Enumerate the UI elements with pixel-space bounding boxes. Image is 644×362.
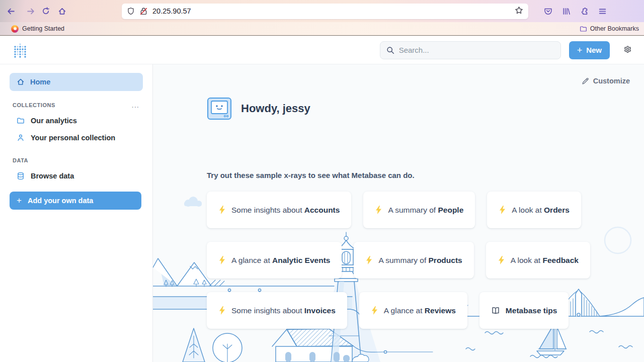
data-section-header: DATA	[13, 157, 139, 163]
new-button-label: New	[586, 46, 602, 54]
xray-card-orders[interactable]: A look at Orders	[487, 192, 581, 228]
plus-icon: +	[17, 196, 22, 206]
bolt-icon	[218, 256, 226, 264]
bolt-icon	[365, 256, 373, 264]
data-label: DATA	[13, 157, 28, 163]
customize-label: Customize	[593, 77, 630, 85]
sidebar-item-browse-data[interactable]: Browse data	[10, 167, 143, 185]
settings-button[interactable]	[618, 41, 637, 60]
reload-icon	[42, 7, 50, 15]
card-text: A summary of People	[388, 206, 463, 215]
search-input[interactable]	[399, 46, 554, 54]
xray-card-accounts[interactable]: Some insights about Accounts	[207, 192, 351, 228]
xray-card-invoices[interactable]: Some insights about Invoices	[207, 292, 347, 329]
metabase-app: + New Home COLLECTIONS ... Our analytics…	[0, 36, 644, 362]
xray-heading: Try out these sample x-rays to see what …	[207, 171, 415, 179]
search-box[interactable]	[380, 41, 561, 59]
insecure-lock-icon[interactable]	[139, 7, 148, 16]
forward-button[interactable]	[23, 4, 38, 19]
xray-card-analytic-events[interactable]: A glance at Analytic Events	[207, 242, 342, 279]
browser-toolbar: 20.25.90.57	[0, 0, 644, 22]
xray-card-reviews[interactable]: A glance at Reviews	[359, 292, 467, 329]
database-icon	[17, 172, 25, 180]
card-text: Some insights about Accounts	[231, 206, 340, 215]
hamburger-menu-icon	[598, 7, 607, 16]
metabase-logo[interactable]	[14, 43, 27, 58]
sidebar: Home COLLECTIONS ... Our analytics Your …	[0, 64, 153, 362]
metabase-tips-card[interactable]: Metabase tips	[479, 292, 569, 329]
main-content: Customize Howdy, jessy Try out these sam…	[153, 64, 644, 362]
extensions-button[interactable]	[577, 4, 592, 19]
app-header: + New	[0, 36, 644, 64]
bolt-icon	[375, 206, 382, 214]
back-arrow-icon	[7, 7, 15, 16]
puzzle-piece-icon	[580, 7, 589, 16]
card-text: Metabase tips	[506, 306, 557, 315]
greeting-title: Howdy, jessy	[241, 102, 310, 115]
metabot-icon	[207, 96, 232, 121]
folder-icon	[580, 25, 587, 33]
pencil-icon	[582, 77, 589, 85]
reload-button[interactable]	[38, 4, 53, 19]
browser-window: 20.25.90.57 Getting Started	[0, 0, 644, 36]
card-text: A glance at Analytic Events	[231, 256, 330, 265]
card-text: A look at Feedback	[511, 256, 579, 265]
url-bar[interactable]: 20.25.90.57	[122, 4, 528, 19]
sidebar-item-personal-collection[interactable]: Your personal collection	[10, 129, 143, 146]
firefox-bookmark-icon	[11, 25, 19, 33]
sidebar-item-home[interactable]: Home	[10, 73, 143, 91]
xray-card-products[interactable]: A summary of Products	[354, 242, 473, 279]
new-button[interactable]: + New	[569, 41, 610, 59]
bolt-icon	[371, 306, 378, 315]
sidebar-item-label: Browse data	[31, 172, 74, 180]
sidebar-item-our-analytics[interactable]: Our analytics	[10, 112, 143, 129]
pocket-icon	[544, 7, 552, 16]
toolbar-right-icons	[540, 4, 610, 19]
search-icon	[386, 46, 394, 54]
person-icon	[17, 134, 25, 142]
bolt-icon	[218, 306, 226, 315]
bookmark-star-icon[interactable]	[515, 6, 523, 17]
xray-card-feedback[interactable]: A look at Feedback	[486, 242, 590, 279]
xray-cards: Some insights about Accounts A summary o…	[207, 192, 629, 329]
greeting: Howdy, jessy	[207, 96, 310, 121]
bookmarks-bar: Getting Started Other Bookmarks	[0, 22, 644, 36]
gear-icon	[623, 45, 632, 55]
card-row: Some insights about Accounts A summary o…	[207, 192, 629, 228]
collections-label: COLLECTIONS	[13, 102, 55, 108]
other-bookmarks[interactable]: Other Bookmarks	[580, 25, 639, 33]
library-button[interactable]	[558, 4, 574, 19]
tracking-shield-icon[interactable]	[127, 7, 135, 16]
sidebar-home-label: Home	[30, 78, 50, 86]
book-icon	[491, 307, 500, 315]
home-icon	[17, 78, 25, 86]
other-bookmarks-label: Other Bookmarks	[590, 25, 639, 32]
sidebar-item-label: Our analytics	[31, 117, 77, 125]
forward-arrow-icon	[27, 7, 35, 16]
folder-icon	[17, 117, 25, 125]
plus-icon: +	[577, 46, 583, 55]
card-text: Some insights about Invoices	[231, 306, 336, 315]
home-button[interactable]	[54, 4, 69, 19]
xray-card-people[interactable]: A summary of People	[363, 192, 475, 228]
add-data-label: Add your own data	[28, 197, 94, 205]
bolt-icon	[499, 206, 506, 214]
url-text: 20.25.90.57	[152, 7, 515, 15]
card-text: A glance at Reviews	[384, 306, 456, 315]
card-text: A summary of Products	[378, 256, 462, 265]
customize-button[interactable]: Customize	[582, 77, 630, 85]
collections-section-header: COLLECTIONS ...	[13, 102, 139, 108]
card-row: A glance at Analytic Events A summary of…	[207, 242, 629, 279]
bookmark-label: Getting Started	[22, 25, 64, 32]
sidebar-item-label: Your personal collection	[31, 134, 115, 142]
pocket-button[interactable]	[540, 4, 555, 19]
add-your-own-data-button[interactable]: + Add your own data	[10, 192, 141, 210]
library-icon	[562, 7, 571, 16]
back-button[interactable]	[3, 4, 18, 19]
menu-button[interactable]	[595, 4, 610, 19]
bolt-icon	[498, 256, 505, 264]
bookmark-getting-started[interactable]: Getting Started	[11, 25, 64, 33]
card-row: Some insights about Invoices A glance at…	[207, 292, 629, 329]
card-text: A look at Orders	[512, 206, 570, 215]
bolt-icon	[218, 206, 226, 214]
